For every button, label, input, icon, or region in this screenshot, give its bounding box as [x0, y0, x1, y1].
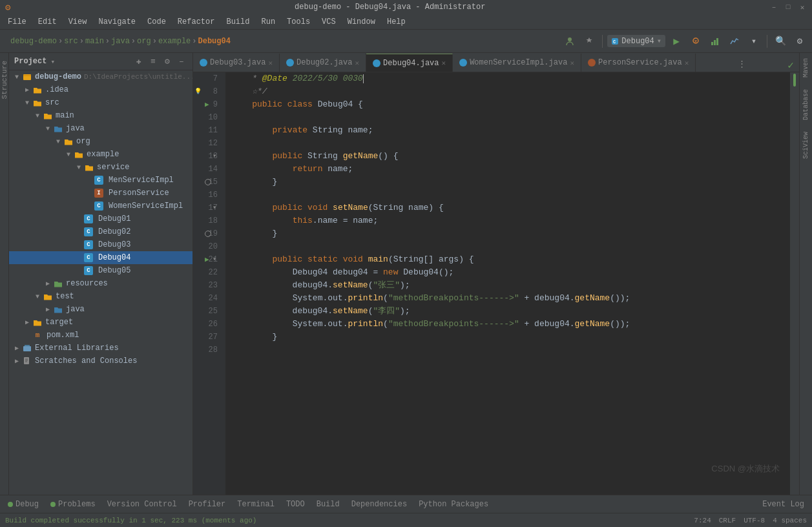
- window-title: debug-demo - Debug04.java - Administrato…: [295, 3, 485, 12]
- encoding[interactable]: UTF-8: [744, 517, 765, 524]
- tabs-more-button[interactable]: ⋮: [733, 56, 751, 72]
- ln-9-run[interactable]: ▶: [205, 98, 209, 111]
- new-element-button[interactable]: ✚: [133, 56, 145, 67]
- bottom-tab-todo[interactable]: TODO: [281, 499, 310, 510]
- collapse-all-button[interactable]: ≡: [147, 56, 159, 67]
- breadcrumb-part-5[interactable]: example: [158, 37, 191, 46]
- close-button[interactable]: ✕: [798, 3, 807, 12]
- tree-item-main[interactable]: ▼ main: [9, 109, 193, 122]
- tab-close-womenservice[interactable]: ✕: [570, 59, 574, 67]
- tab-womenserviceimpl[interactable]: WomenServiceImpl.java ✕: [453, 54, 581, 72]
- indent[interactable]: 4 spaces: [773, 517, 807, 524]
- menu-build[interactable]: Build: [221, 16, 255, 28]
- bottom-tab-dependencies[interactable]: Dependencies: [346, 499, 412, 510]
- bottom-tab-terminal[interactable]: Terminal: [232, 499, 280, 510]
- tree-item-org[interactable]: ▼ org: [9, 135, 193, 148]
- ln-8-lightbulb[interactable]: 💡: [194, 85, 202, 98]
- menu-refactor[interactable]: Refactor: [172, 16, 220, 28]
- tree-item-debug05[interactable]: C Debug05: [9, 264, 193, 277]
- structure-label[interactable]: Structure: [0, 56, 10, 104]
- tab-debug02[interactable]: Debug02.java ✕: [280, 54, 366, 72]
- bottom-tab-profiler[interactable]: Profiler: [183, 499, 231, 510]
- close-sidebar-button[interactable]: –: [176, 56, 187, 67]
- breadcrumb-part-6[interactable]: Debug04: [198, 37, 231, 46]
- tree-item-ext-lib[interactable]: ▶ External Libraries: [9, 342, 193, 355]
- bottom-tab-problems[interactable]: Problems: [45, 499, 101, 510]
- breadcrumb-part-0[interactable]: debug-demo: [10, 37, 57, 46]
- bottom-tab-event-log[interactable]: Event Log: [757, 499, 809, 510]
- coverage-button[interactable]: [707, 33, 724, 50]
- tree-item-example[interactable]: ▼ example: [9, 148, 193, 161]
- maven-panel-label[interactable]: Maven: [801, 53, 811, 83]
- cursor-position[interactable]: 7:24: [694, 517, 711, 524]
- debug02-arrow: [74, 227, 84, 237]
- tree-item-debug01[interactable]: C Debug01: [9, 212, 193, 225]
- project-dropdown-arrow[interactable]: ▾: [50, 57, 55, 66]
- tab-close-debug03[interactable]: ✕: [268, 59, 273, 67]
- search-everywhere-button[interactable]: 🔍: [772, 33, 789, 50]
- tree-item-test[interactable]: ▼ test: [9, 290, 193, 303]
- menu-window[interactable]: Window: [342, 16, 380, 28]
- window-controls[interactable]: – □ ✕: [769, 3, 807, 12]
- code-content[interactable]: * @Date 2022/5/30 0030 ☆*/ public class …: [225, 72, 790, 495]
- breadcrumb-part-1[interactable]: src: [64, 37, 78, 46]
- tree-item-idea[interactable]: ▶ .idea: [9, 83, 193, 96]
- tree-item-womenserviceimpl[interactable]: C WomenServiceImpl: [9, 200, 193, 212]
- tree-item-java[interactable]: ▼ java: [9, 122, 193, 135]
- tree-item-test-java[interactable]: ▶ java: [9, 303, 193, 316]
- tab-personservice[interactable]: PersonService.java ✕: [581, 54, 696, 72]
- tree-item-service[interactable]: ▼ service: [9, 161, 193, 174]
- tree-item-debug04[interactable]: C Debug04: [9, 251, 193, 264]
- menu-tools[interactable]: Tools: [282, 16, 315, 28]
- menu-view[interactable]: View: [63, 16, 92, 28]
- ln-17-fold[interactable]: ▾: [213, 202, 216, 214]
- tree-item-target[interactable]: ▶ target: [9, 316, 193, 329]
- tree-item-personservice[interactable]: I PersonService: [9, 187, 193, 200]
- minimize-button[interactable]: –: [769, 3, 778, 12]
- tab-close-personservice[interactable]: ✕: [685, 59, 689, 67]
- breadcrumb-part-3[interactable]: java: [111, 37, 130, 46]
- database-panel-label[interactable]: Database: [801, 84, 811, 125]
- bottom-tab-vcs[interactable]: Version Control: [102, 499, 182, 510]
- tree-item-src[interactable]: ▼ src: [9, 96, 193, 109]
- bottom-tab-build[interactable]: Build: [311, 499, 345, 510]
- tab-debug04[interactable]: Debug04.java ✕: [366, 54, 453, 72]
- menu-edit[interactable]: Edit: [33, 16, 62, 28]
- ln-21-fold[interactable]: ▾: [213, 253, 216, 266]
- debug-button[interactable]: [687, 33, 704, 50]
- run-config-selector[interactable]: C Debug04 ▾: [607, 35, 665, 47]
- settings-button[interactable]: ⚙: [791, 33, 808, 50]
- tree-root[interactable]: ▼ debug-demo D:\IdeaProjects\untitle...: [9, 70, 193, 83]
- run-button[interactable]: ▶: [668, 33, 685, 50]
- update-project-button[interactable]: [561, 33, 578, 50]
- bottom-tab-debug[interactable]: Debug: [3, 499, 44, 510]
- ln-21-run[interactable]: ▶: [205, 253, 209, 266]
- root-path: D:\IdeaProjects\untitle...: [84, 73, 193, 81]
- menu-vcs[interactable]: VCS: [317, 16, 341, 28]
- tree-item-scratches[interactable]: ▶ Scratches and Consoles: [9, 355, 193, 367]
- tab-close-debug04[interactable]: ✕: [442, 59, 446, 67]
- menu-help[interactable]: Help: [382, 16, 411, 28]
- tree-item-resources[interactable]: ▶ resources: [9, 277, 193, 290]
- bottom-tab-python[interactable]: Python Packages: [413, 499, 494, 510]
- line-ending[interactable]: CRLF: [719, 517, 736, 524]
- menu-run[interactable]: Run: [256, 16, 280, 28]
- maximize-button[interactable]: □: [784, 3, 793, 12]
- menu-navigate[interactable]: Navigate: [93, 16, 141, 28]
- vcs-button[interactable]: [581, 33, 598, 50]
- tree-item-pom[interactable]: m pom.xml: [9, 329, 193, 342]
- breadcrumb-part-2[interactable]: main: [85, 37, 104, 46]
- tree-item-debug02[interactable]: C Debug02: [9, 225, 193, 238]
- tab-close-debug02[interactable]: ✕: [355, 59, 359, 67]
- menu-code[interactable]: Code: [142, 16, 171, 28]
- tab-debug03[interactable]: Debug03.java ✕: [193, 54, 280, 72]
- settings-sidebar-button[interactable]: ⚙: [161, 56, 173, 67]
- profile-button[interactable]: [726, 33, 743, 50]
- more-run-button[interactable]: ▾: [745, 33, 762, 50]
- ln-13-fold[interactable]: ▾: [213, 150, 216, 163]
- tree-item-menserviceimpl[interactable]: C MenServiceImpl: [9, 174, 193, 187]
- menu-file[interactable]: File: [3, 16, 32, 28]
- sciview-panel-label[interactable]: SciView: [801, 127, 811, 164]
- breadcrumb-part-4[interactable]: org: [137, 37, 151, 46]
- tree-item-debug03[interactable]: C Debug03: [9, 238, 193, 251]
